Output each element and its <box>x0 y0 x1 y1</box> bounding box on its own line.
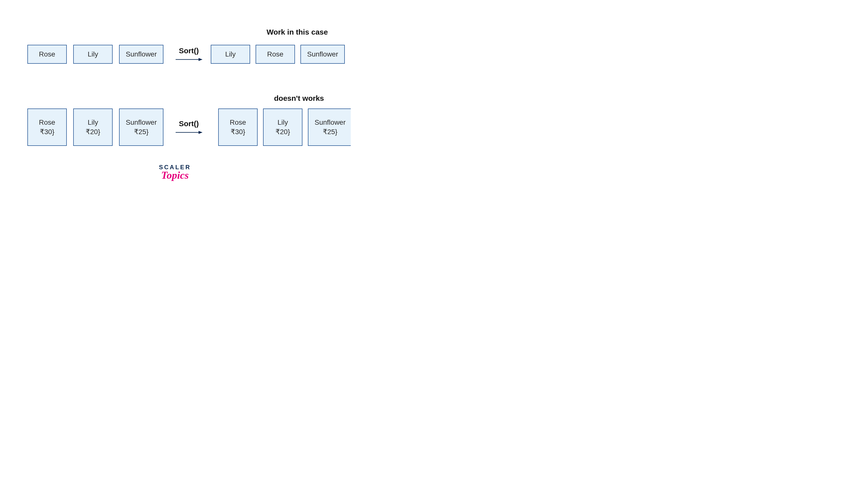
input-box: Lily ₹20} <box>73 109 113 146</box>
box-price: ₹30} <box>231 127 245 137</box>
output-box: Rose <box>256 45 295 64</box>
output-group: Rose ₹30} Lily ₹20} Sunflower ₹25} <box>218 109 351 146</box>
arrow-icon <box>175 130 203 135</box>
sort-label: Sort() <box>179 47 199 55</box>
output-box: Lily ₹20} <box>263 109 302 146</box>
input-box: Sunflower <box>119 45 163 64</box>
input-box: Rose <box>28 45 67 64</box>
box-name: Rose <box>39 118 55 127</box>
box-name: Lily <box>277 118 288 127</box>
output-group: Lily Rose Sunflower <box>211 45 345 64</box>
caption-not-works: doesn't works <box>274 94 324 103</box>
svg-marker-1 <box>198 58 203 61</box>
output-box: Rose ₹30} <box>218 109 258 146</box>
box-name: Sunflower <box>315 118 346 127</box>
output-box: Sunflower <box>300 45 345 64</box>
sort-arrow: Sort() <box>171 120 206 135</box>
row-simple-sort: Rose Lily Sunflower Sort() Lily Rose Sun… <box>28 45 345 64</box>
sort-label: Sort() <box>179 120 199 128</box>
box-name: Sunflower <box>126 118 157 127</box>
output-box: Lily <box>211 45 250 64</box>
output-box: Sunflower ₹25} <box>308 109 351 146</box>
row-object-sort: Rose ₹30} Lily ₹20} Sunflower ₹25} Sort(… <box>28 109 351 146</box>
caption-works: Work in this case <box>266 28 328 36</box>
scaler-logo: SCALER Topics <box>159 164 191 181</box>
box-price: ₹20} <box>86 127 100 137</box>
box-price: ₹25} <box>323 127 338 137</box>
sort-arrow: Sort() <box>171 47 206 62</box>
input-box: Rose ₹30} <box>28 109 67 146</box>
logo-topics-text: Topics <box>161 169 189 181</box>
box-price: ₹30} <box>40 127 55 137</box>
input-box: Lily <box>73 45 113 64</box>
box-name: Rose <box>230 118 246 127</box>
box-name: Lily <box>88 118 98 127</box>
svg-marker-3 <box>198 131 203 134</box>
input-box: Sunflower ₹25} <box>119 109 163 146</box>
box-price: ₹25} <box>134 127 149 137</box>
box-price: ₹20} <box>276 127 290 137</box>
arrow-icon <box>175 57 203 62</box>
